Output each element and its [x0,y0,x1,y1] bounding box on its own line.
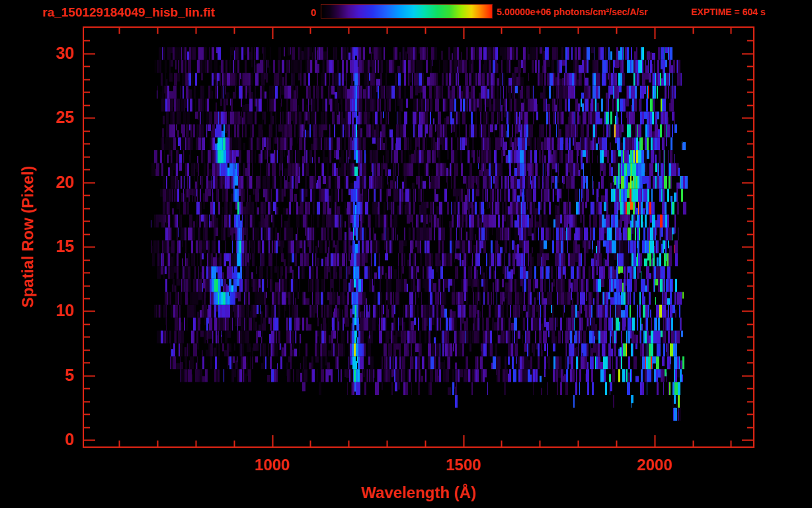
y-tick-label: 20 [0,173,74,192]
x-tick-label: 1000 [243,456,302,474]
colorbar-gradient [321,4,493,19]
x-axis-title: Wavelength (Å) [319,484,518,502]
spectral-image-viewer: ra_150129184049_hisb_lin.fit 0 5.00000e+… [0,0,812,508]
x-tick-label: 2000 [625,456,684,474]
spectrogram-canvas [84,28,753,446]
y-tick-label: 15 [0,237,74,256]
colorbar-min-label: 0 [293,7,316,18]
y-tick-label: 0 [0,430,74,449]
y-tick-label: 5 [0,366,74,385]
x-tick-label: 1500 [434,456,493,474]
plot-frame [83,26,754,448]
y-axis-title: Spatial Row (Pixel) [19,166,37,308]
colorbar-max-label: 5.00000e+06 photons/cm²/sec/A/sr [497,7,647,17]
y-tick-label: 30 [0,44,74,63]
y-tick-label: 10 [0,301,74,320]
y-tick-label: 25 [0,108,74,127]
exptime-label: EXPTIME = 604 s [691,7,765,17]
image-title: ra_150129184049_hisb_lin.fit [42,5,215,20]
